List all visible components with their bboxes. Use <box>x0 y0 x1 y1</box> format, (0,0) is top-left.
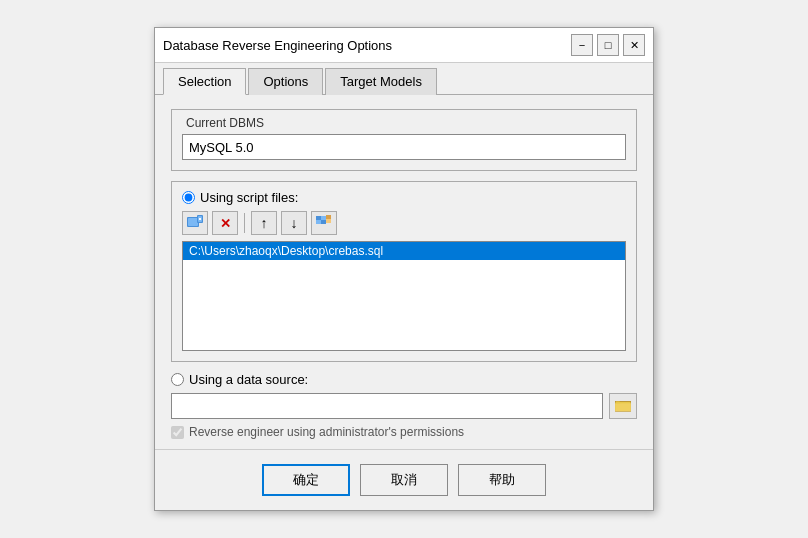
admin-permissions-row: Reverse engineer using administrator's p… <box>171 425 637 439</box>
browse-icon <box>615 398 631 415</box>
datasource-label: Using a data source: <box>189 372 308 387</box>
svg-rect-10 <box>326 215 331 219</box>
script-files-radio[interactable] <box>182 191 195 204</box>
svg-rect-1 <box>188 218 198 226</box>
up-arrow-icon: ↑ <box>261 215 268 231</box>
add-file-icon <box>187 215 203 232</box>
footer: 确定 取消 帮助 <box>155 449 653 510</box>
down-arrow-icon: ↓ <box>291 215 298 231</box>
close-button[interactable]: ✕ <box>623 34 645 56</box>
script-files-toolbar: ✕ ↑ ↓ <box>182 211 626 235</box>
script-file-item[interactable]: C:\Users\zhaoqx\Desktop\crebas.sql <box>183 242 625 260</box>
current-dbms-group: Current DBMS <box>171 109 637 171</box>
svg-rect-9 <box>321 220 326 224</box>
toolbar-separator <box>244 213 245 233</box>
cancel-button[interactable]: 取消 <box>360 464 448 496</box>
delete-file-button[interactable]: ✕ <box>212 211 238 235</box>
svg-rect-11 <box>326 219 331 223</box>
current-dbms-input[interactable] <box>182 134 626 160</box>
maximize-button[interactable]: □ <box>597 34 619 56</box>
datasource-input-row <box>171 393 637 419</box>
title-bar: Database Reverse Engineering Options − □… <box>155 28 653 63</box>
script-files-list[interactable]: C:\Users\zhaoqx\Desktop\crebas.sql <box>182 241 626 351</box>
refresh-button[interactable] <box>311 211 337 235</box>
script-files-section: Using script files: <box>171 181 637 362</box>
main-window: Database Reverse Engineering Options − □… <box>154 27 654 511</box>
script-files-radio-row: Using script files: <box>182 190 626 205</box>
move-down-button[interactable]: ↓ <box>281 211 307 235</box>
admin-permissions-checkbox[interactable] <box>171 426 184 439</box>
tab-bar: Selection Options Target Models <box>155 63 653 95</box>
window-controls: − □ ✕ <box>571 34 645 56</box>
window-title: Database Reverse Engineering Options <box>163 38 392 53</box>
datasource-radio[interactable] <box>171 373 184 386</box>
datasource-section: Using a data source: <box>171 372 637 439</box>
delete-icon: ✕ <box>220 216 231 231</box>
tab-target-models[interactable]: Target Models <box>325 68 437 95</box>
move-up-button[interactable]: ↑ <box>251 211 277 235</box>
svg-rect-8 <box>316 220 321 224</box>
help-button[interactable]: 帮助 <box>458 464 546 496</box>
svg-rect-6 <box>316 216 321 220</box>
tab-options[interactable]: Options <box>248 68 323 95</box>
datasource-input[interactable] <box>171 393 603 419</box>
refresh-icon <box>316 215 332 232</box>
admin-permissions-label: Reverse engineer using administrator's p… <box>189 425 464 439</box>
minimize-button[interactable]: − <box>571 34 593 56</box>
confirm-button[interactable]: 确定 <box>262 464 350 496</box>
datasource-radio-row: Using a data source: <box>171 372 637 387</box>
svg-rect-7 <box>321 216 326 220</box>
svg-rect-14 <box>615 403 631 411</box>
add-file-button[interactable] <box>182 211 208 235</box>
tab-selection[interactable]: Selection <box>163 68 246 95</box>
browse-button[interactable] <box>609 393 637 419</box>
content-area: Current DBMS Using script files: <box>155 95 653 449</box>
current-dbms-label: Current DBMS <box>182 116 626 130</box>
script-files-label: Using script files: <box>200 190 298 205</box>
